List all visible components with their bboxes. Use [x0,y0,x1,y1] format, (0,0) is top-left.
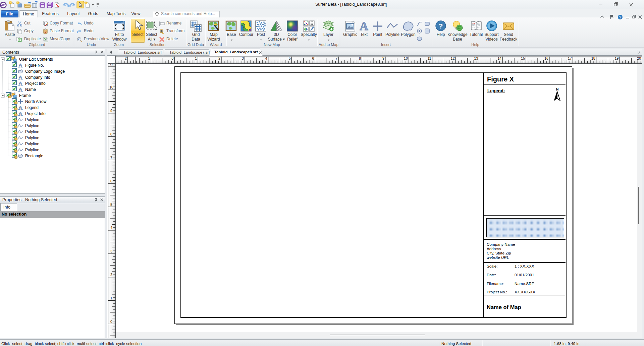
svg-text:A: A [18,74,23,80]
svg-text:8: 8 [110,132,112,136]
svg-text:3: 3 [242,56,244,60]
svg-text:?: ? [619,15,622,19]
svg-text:15: 15 [521,56,525,60]
svg-text:A: A [18,80,23,86]
svg-text:?: ? [439,22,443,30]
svg-text:-2: -2 [123,56,126,60]
svg-text:10: 10 [404,56,408,60]
svg-text:7: 7 [110,156,112,160]
svg-text:5: 5 [110,203,112,207]
svg-text:5: 5 [289,56,291,60]
svg-text:7: 7 [335,56,337,60]
svg-text:19: 19 [615,56,619,60]
svg-text:6: 6 [110,179,112,183]
svg-text:3: 3 [110,249,112,253]
svg-text:4: 4 [110,226,112,230]
svg-text:12: 12 [451,56,455,60]
svg-text:20: 20 [637,56,641,60]
svg-text:A: A [18,104,23,111]
svg-text:10: 10 [109,85,113,89]
svg-text:9: 9 [382,56,384,60]
svg-text:A: A [18,86,23,93]
svg-text:2: 2 [110,273,112,277]
svg-text:0: 0 [110,320,112,324]
svg-text:1: 1 [110,296,112,300]
svg-text:1: 1 [195,56,197,60]
svg-text:18: 18 [591,56,595,60]
svg-text:11: 11 [428,56,431,60]
svg-text:13: 13 [474,56,478,60]
svg-text:14: 14 [498,56,502,60]
svg-text:A: A [360,19,368,33]
svg-text:6: 6 [312,56,314,60]
svg-text:9: 9 [110,109,112,113]
svg-text:16: 16 [544,56,548,60]
svg-text:A: A [18,62,23,68]
svg-text:0: 0 [171,56,173,60]
svg-text:2: 2 [218,56,220,60]
svg-text:17: 17 [568,56,572,60]
svg-text:4: 4 [265,56,267,60]
svg-text:-1: -1 [147,56,150,60]
svg-text:A: A [18,110,23,117]
svg-text:8: 8 [359,56,361,60]
